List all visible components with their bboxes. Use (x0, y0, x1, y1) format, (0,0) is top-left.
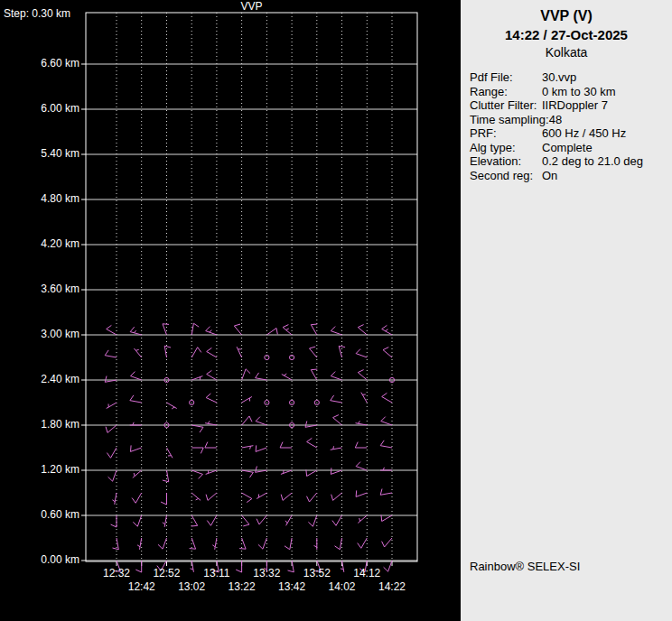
x-tick-label: 13:11 (194, 567, 239, 579)
site-name: Kolkata (461, 45, 672, 60)
info-panel: VVP (V) 14:22 / 27-Oct-2025 Kolkata Pdf … (461, 0, 672, 621)
field-label: Second reg: (470, 169, 542, 183)
field-value: 30.vvp (542, 70, 576, 85)
product-datetime: 14:22 / 27-Oct-2025 (461, 27, 672, 42)
field-row-alg-type: Alg type: Complete (470, 141, 672, 155)
field-row-second-reg: Second reg: On (470, 169, 672, 183)
x-tick-label: 12:52 (144, 567, 189, 579)
field-value: On (542, 169, 557, 183)
x-tick-label: 13:22 (219, 580, 265, 593)
field-value: IIRDoppler 7 (542, 98, 608, 113)
product-title: VVP (V) (461, 8, 672, 24)
field-row-elevation: Elevation: 0.2 deg to 21.0 deg (470, 154, 672, 169)
field-label: Alg type: (470, 141, 542, 155)
product-fields: Pdf File: 30.vvp Range: 0 km to 30 km Cl… (470, 70, 672, 182)
field-label: Clutter Filter: (470, 98, 542, 113)
field-row-time-sampling: Time sampling: 48 (470, 113, 672, 127)
field-label: Elevation: (470, 154, 542, 169)
field-value: 0 km to 30 km (542, 85, 616, 99)
x-tick-label: 12:42 (119, 580, 164, 593)
x-tick-label: 12:32 (94, 567, 139, 579)
field-row-prf: PRF: 600 Hz / 450 Hz (470, 126, 672, 141)
field-value: 0.2 deg to 21.0 deg (542, 154, 643, 169)
field-label: Time sampling: (470, 113, 549, 127)
vvp-chart-region: VVP Step: 0.30 km 6.60 km6.00 km5.40 km4… (0, 0, 461, 621)
x-tick-label: 14:22 (369, 580, 415, 593)
field-value: 600 Hz / 450 Hz (542, 126, 626, 141)
vendor-footer: Rainbow® SELEX-SI (470, 560, 580, 573)
x-tick-label: 13:52 (294, 567, 340, 579)
field-value: Complete (542, 141, 593, 155)
x-tick-label: 13:42 (269, 580, 314, 593)
field-label: Pdf File: (470, 70, 542, 85)
x-tick-label: 13:32 (244, 567, 289, 579)
x-axis-labels: 12:3212:4212:5213:0213:1113:2213:3213:42… (0, 0, 461, 621)
field-row-clutter-filter: Clutter Filter: IIRDoppler 7 (470, 98, 672, 113)
field-value: 48 (549, 113, 562, 127)
field-label: Range: (470, 85, 542, 99)
field-row-pdf-file: Pdf File: 30.vvp (470, 70, 672, 85)
x-tick-label: 13:02 (169, 580, 214, 593)
field-row-range: Range: 0 km to 30 km (470, 85, 672, 99)
x-tick-label: 14:02 (320, 580, 365, 593)
field-label: PRF: (470, 126, 542, 141)
x-tick-label: 14:12 (344, 567, 389, 579)
